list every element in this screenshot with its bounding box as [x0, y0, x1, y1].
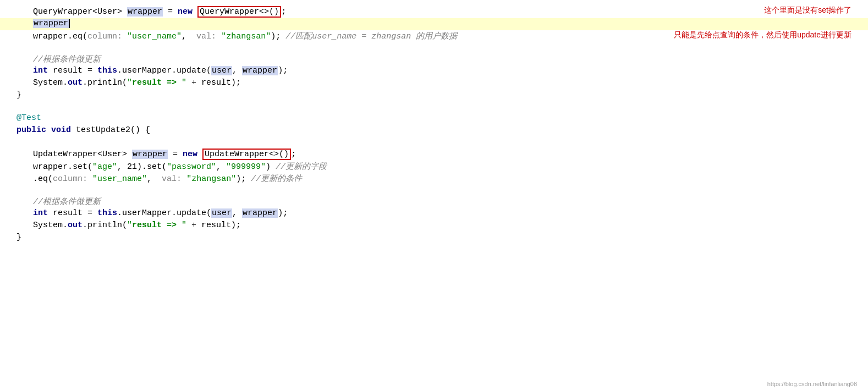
code-line-13: UpdateWrapper<User> wrapper = new Update…: [0, 148, 868, 161]
code-text: .eq(column: "user_name", val: "zhangsan"…: [33, 173, 302, 184]
code-line-blank1: [0, 102, 868, 113]
code-text: QueryWrapper<User> wrapper = new QueryWr…: [33, 6, 286, 18]
code-line-2: wrapper: [0, 18, 868, 30]
code-line-10: @Test: [0, 113, 868, 125]
code-line-19: System.out.println("result => " + result…: [0, 220, 868, 232]
code-text: //根据条件做更新: [33, 54, 101, 64]
code-text: }: [17, 90, 21, 100]
code-text: UpdateWrapper<User> wrapper = new Update…: [33, 149, 296, 160]
code-line-3: wrapper.eq(column: "user_name", val: "zh…: [0, 30, 868, 42]
code-text: wrapper: [33, 19, 70, 28]
code-text: System.out.println("result => " + result…: [33, 78, 241, 87]
code-line-1: QueryWrapper<User> wrapper = new QueryWr…: [0, 6, 868, 18]
code-editor: QueryWrapper<User> wrapper = new QueryWr…: [0, 0, 868, 390]
code-line-blank2: [0, 137, 868, 148]
code-text: int result = this.userMapper.update(user…: [33, 208, 288, 218]
code-text: System.out.println("result => " + result…: [33, 221, 241, 230]
code-line-15: .eq(column: "user_name", val: "zhangsan"…: [0, 173, 868, 185]
code-line-5: //根据条件做更新: [0, 53, 868, 65]
code-text: //根据条件做更新: [33, 196, 101, 207]
code-line-4: [0, 42, 868, 53]
code-line-blank3: [0, 185, 868, 196]
code-text: @Test: [17, 113, 41, 123]
url-watermark: https://blog.csdn.net/linfanliang08: [767, 381, 857, 387]
code-text: wrapper.eq(column: "user_name", val: "zh…: [33, 31, 457, 41]
code-line-18: int result = this.userMapper.update(user…: [0, 208, 868, 220]
code-line-17: //根据条件做更新: [0, 196, 868, 208]
code-line-8: }: [0, 90, 868, 102]
code-line-6: int result = this.userMapper.update(user…: [0, 65, 868, 78]
code-line-20: }: [0, 232, 868, 244]
code-text: int result = this.userMapper.update(user…: [33, 66, 288, 75]
code-line-7: System.out.println("result => " + result…: [0, 78, 868, 90]
code-text: wrapper.set("age", 21).set("password", "…: [33, 161, 327, 172]
code-line-11: public void testUpdate2() {: [0, 125, 868, 137]
annotation-1: 这个里面是没有set操作了: [764, 6, 851, 15]
code-line-14: wrapper.set("age", 21).set("password", "…: [0, 161, 868, 173]
code-text: }: [17, 233, 21, 242]
annotation-3: 只能是先给点查询的条件，然后使用update进行更新: [674, 30, 851, 40]
code-text: public void testUpdate2() {: [17, 125, 150, 135]
